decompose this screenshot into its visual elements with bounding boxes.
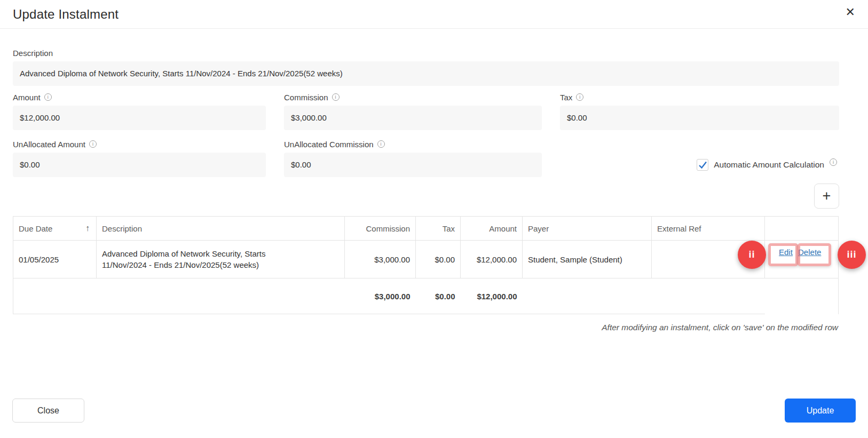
modal-body: Description Advanced Diploma of Network … — [0, 48, 852, 332]
tax-input[interactable]: $0.00 — [560, 106, 839, 130]
table-row: 01/05/2025 Advanced Diploma of Network S… — [13, 241, 839, 278]
close-button[interactable]: Close — [12, 399, 84, 423]
annotation-box-delete — [798, 243, 831, 266]
amount-label: Amount — [13, 93, 41, 102]
instalments-table: Due Date ↑ Description Commission Tax Am… — [13, 216, 839, 314]
info-icon[interactable] — [44, 93, 52, 101]
column-header-amount[interactable]: Amount — [461, 217, 523, 241]
column-header-due-date[interactable]: Due Date ↑ — [13, 217, 97, 241]
table-totals-row: $3,000.00 $0.00 $12,000.00 — [13, 278, 839, 314]
description-label: Description — [13, 49, 53, 58]
cell-payer: Student, Sample (Student) — [523, 241, 652, 278]
column-header-actions — [765, 217, 839, 241]
unallocated-amount-input[interactable]: $0.00 — [13, 153, 266, 177]
annotation-box-edit — [768, 243, 798, 266]
modal-header: Update Instalment — [0, 0, 868, 29]
info-icon[interactable] — [830, 158, 837, 166]
annotation-circle-iii: iii — [838, 241, 866, 269]
commission-label: Commission — [284, 93, 328, 102]
close-icon[interactable]: ✕ — [846, 6, 855, 18]
description-input[interactable]: Advanced Diploma of Network Security, St… — [13, 61, 839, 86]
annotation-circle-ii: ii — [738, 241, 766, 269]
sort-ascending-icon: ↑ — [85, 224, 91, 233]
amount-input[interactable]: $12,000.00 — [13, 106, 266, 130]
automatic-amount-calculation-checkbox[interactable] — [697, 159, 708, 171]
update-button[interactable]: Update — [785, 399, 856, 423]
table-header-row: Due Date ↑ Description Commission Tax Am… — [13, 217, 839, 241]
unallocated-commission-label: UnAllocated Commission — [284, 140, 374, 149]
unallocated-commission-input[interactable]: $0.00 — [284, 153, 542, 177]
column-header-payer[interactable]: Payer — [523, 217, 652, 241]
cell-actions: ii Edit Delete iii — [765, 241, 839, 278]
total-amount: $12,000.00 — [461, 278, 523, 314]
info-icon[interactable] — [377, 140, 385, 148]
cell-commission: $3,000.00 — [345, 241, 416, 278]
column-header-commission[interactable]: Commission — [345, 217, 416, 241]
column-header-description[interactable]: Description — [97, 217, 345, 241]
info-icon[interactable] — [332, 93, 340, 101]
total-commission: $3,000.00 — [345, 278, 416, 314]
column-header-tax[interactable]: Tax — [416, 217, 461, 241]
instalment-hint-note: After modifying an instalment, click on … — [13, 323, 838, 332]
info-icon[interactable] — [89, 140, 97, 148]
cell-tax: $0.00 — [416, 241, 461, 278]
cell-amount: $12,000.00 — [461, 241, 523, 278]
column-header-external-ref[interactable]: External Ref — [652, 217, 765, 241]
total-tax: $0.00 — [416, 278, 461, 314]
checkmark-icon — [698, 161, 707, 169]
modal-title: Update Instalment — [13, 7, 119, 22]
unallocated-amount-label: UnAllocated Amount — [13, 140, 85, 149]
info-icon[interactable] — [576, 93, 583, 101]
cell-due-date: 01/05/2025 — [13, 241, 97, 278]
add-instalment-button[interactable]: + — [814, 184, 839, 209]
cell-description: Advanced Diploma of Network Security, St… — [97, 241, 345, 278]
commission-input[interactable]: $3,000.00 — [284, 106, 542, 130]
automatic-amount-calculation-label: Automatic Amount Calculation — [714, 160, 824, 170]
tax-label: Tax — [560, 93, 572, 102]
